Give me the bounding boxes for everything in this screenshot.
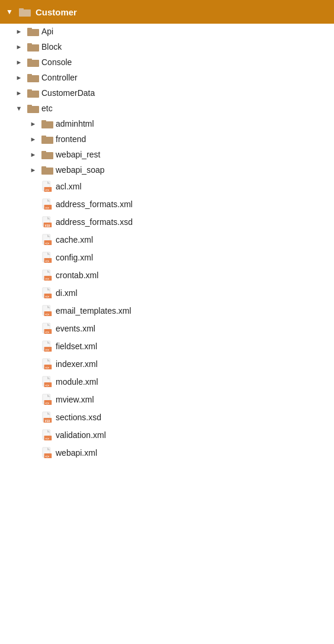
tree-item-webapi_rest[interactable]: ► webapi_rest bbox=[0, 147, 334, 162]
item-label: email_templates.xml bbox=[56, 306, 131, 315]
folder-icon bbox=[40, 134, 53, 144]
tree-item-mview_xml[interactable]: <> mview.xml bbox=[0, 391, 334, 408]
item-label: webapi_rest bbox=[56, 150, 101, 159]
tree-item-api[interactable]: ► Api bbox=[0, 24, 334, 39]
arrow-icon: ► bbox=[28, 166, 38, 173]
header-arrow: ▼ bbox=[6, 8, 13, 16]
xsd-icon: XSD bbox=[40, 216, 53, 228]
svg-text:<>: <> bbox=[45, 401, 49, 405]
svg-rect-1 bbox=[19, 8, 24, 11]
arrow-icon: ► bbox=[14, 43, 24, 50]
tree-item-sections_xsd[interactable]: XSD sections.xsd bbox=[0, 408, 334, 426]
item-label: validation.xml bbox=[56, 430, 106, 440]
folder-icon bbox=[26, 104, 39, 113]
folder-icon bbox=[26, 42, 39, 51]
tree-item-cache_xml[interactable]: <> cache.xml bbox=[0, 231, 334, 249]
svg-text:<>: <> bbox=[45, 313, 49, 316]
arrow-icon: ► bbox=[14, 28, 24, 35]
xml-icon: <> bbox=[40, 269, 53, 281]
arrow-icon: ► bbox=[14, 74, 24, 81]
item-label: Api bbox=[41, 27, 53, 36]
svg-rect-17 bbox=[41, 136, 46, 138]
tree-item-controller[interactable]: ► Controller bbox=[0, 70, 334, 85]
svg-text:<>: <> bbox=[45, 384, 49, 387]
xml-icon: <> bbox=[40, 394, 53, 405]
svg-rect-7 bbox=[27, 59, 32, 61]
svg-text:<>: <> bbox=[45, 206, 49, 210]
tree-item-module_xml[interactable]: <> module.xml bbox=[0, 373, 334, 391]
item-label: fieldset.xml bbox=[56, 342, 97, 351]
item-label: indexer.xml bbox=[56, 359, 98, 369]
tree-item-console[interactable]: ► Console bbox=[0, 54, 334, 70]
tree-header[interactable]: ▼ Customer bbox=[0, 0, 334, 24]
svg-rect-11 bbox=[27, 89, 32, 92]
tree-item-frontend[interactable]: ► frontend bbox=[0, 131, 334, 147]
folder-icon bbox=[40, 165, 53, 175]
item-label: Block bbox=[41, 42, 62, 51]
xml-icon: <> bbox=[40, 181, 53, 192]
item-label: webapi.xml bbox=[56, 448, 97, 458]
tree-item-address_formats_xsd[interactable]: XSD address_formats.xsd bbox=[0, 213, 334, 231]
folder-icon bbox=[26, 88, 39, 98]
item-label: frontend bbox=[56, 134, 86, 144]
xml-icon: <> bbox=[40, 252, 53, 263]
tree-item-adminhtml[interactable]: ► adminhtml bbox=[0, 116, 334, 131]
tree-item-validation_xml[interactable]: <> validation.xml bbox=[0, 426, 334, 444]
tree-body: ► Api ► Block ► Console ► Controller ► C… bbox=[0, 24, 334, 462]
xml-icon: <> bbox=[40, 340, 53, 352]
tree-item-indexer_xml[interactable]: <> indexer.xml bbox=[0, 355, 334, 373]
svg-text:XSD: XSD bbox=[44, 419, 50, 423]
tree-item-webapi_soap[interactable]: ► webapi_soap bbox=[0, 162, 334, 178]
tree-item-customerdata[interactable]: ► CustomerData bbox=[0, 85, 334, 101]
item-label: CustomerData bbox=[41, 88, 95, 98]
tree-item-email_templates_xml[interactable]: <> email_templates.xml bbox=[0, 302, 334, 320]
tree-item-di_xml[interactable]: <> di.xml bbox=[0, 284, 334, 302]
arrow-icon: ► bbox=[28, 136, 38, 143]
svg-rect-9 bbox=[27, 74, 32, 76]
folder-icon bbox=[40, 119, 53, 128]
svg-text:<>: <> bbox=[45, 242, 49, 245]
arrow-icon: ► bbox=[28, 151, 38, 158]
tree-item-crontab_xml[interactable]: <> crontab.xml bbox=[0, 266, 334, 284]
tree-item-config_xml[interactable]: <> config.xml bbox=[0, 249, 334, 266]
item-label: webapi_soap bbox=[56, 165, 105, 175]
item-label: crontab.xml bbox=[56, 271, 98, 280]
xml-icon: <> bbox=[40, 198, 53, 210]
xml-icon: <> bbox=[40, 234, 53, 246]
tree-item-fieldset_xml[interactable]: <> fieldset.xml bbox=[0, 337, 334, 355]
tree-item-block[interactable]: ► Block bbox=[0, 39, 334, 54]
tree-item-address_formats_xml[interactable]: <> address_formats.xml bbox=[0, 195, 334, 213]
tree-item-etc[interactable]: ▼ etc bbox=[0, 101, 334, 116]
item-label: mview.xml bbox=[56, 395, 94, 404]
folder-icon bbox=[40, 150, 53, 159]
item-label: module.xml bbox=[56, 377, 98, 387]
item-label: di.xml bbox=[56, 288, 78, 298]
item-label: Console bbox=[41, 57, 72, 67]
svg-rect-15 bbox=[41, 120, 46, 123]
xml-icon: <> bbox=[40, 305, 53, 317]
header-folder-icon bbox=[19, 7, 31, 17]
svg-text:<>: <> bbox=[45, 455, 49, 458]
folder-icon bbox=[26, 57, 39, 67]
svg-text:<>: <> bbox=[45, 437, 49, 440]
tree-item-acl_xml[interactable]: <> acl.xml bbox=[0, 178, 334, 195]
item-label: sections.xsd bbox=[56, 413, 101, 422]
svg-rect-3 bbox=[27, 28, 32, 30]
svg-rect-19 bbox=[41, 151, 46, 153]
xml-icon: <> bbox=[40, 287, 53, 299]
item-label: etc bbox=[41, 104, 53, 113]
arrow-icon: ▼ bbox=[14, 105, 24, 112]
svg-text:<>: <> bbox=[45, 259, 49, 263]
xml-icon: <> bbox=[40, 323, 53, 334]
svg-text:<>: <> bbox=[45, 188, 49, 192]
svg-text:<>: <> bbox=[45, 295, 49, 298]
file-tree: ▼ Customer ► Api ► Block ► Console ► Con… bbox=[0, 0, 334, 462]
svg-rect-5 bbox=[27, 43, 32, 46]
folder-icon bbox=[26, 73, 39, 82]
tree-item-events_xml[interactable]: <> events.xml bbox=[0, 320, 334, 337]
tree-item-webapi_xml[interactable]: <> webapi.xml bbox=[0, 444, 334, 462]
arrow-icon: ► bbox=[28, 120, 38, 127]
xml-icon: <> bbox=[40, 376, 53, 388]
item-label: config.xml bbox=[56, 253, 93, 262]
item-label: address_formats.xml bbox=[56, 199, 133, 209]
